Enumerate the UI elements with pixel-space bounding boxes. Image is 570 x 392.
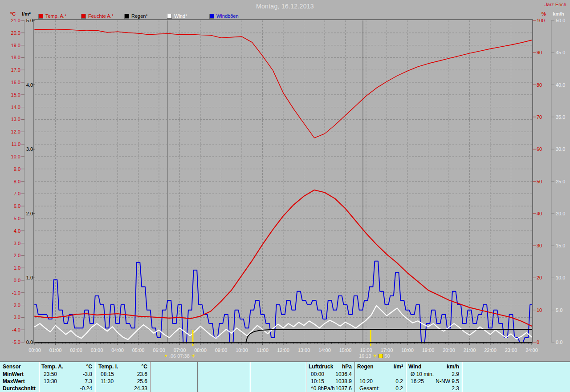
table-cell-wind-value: N-NW 9.5	[408, 378, 459, 384]
temp-axis-tick-label: 9.0	[14, 166, 20, 172]
temp-axis-tick-label: 20.0	[11, 30, 20, 36]
temp-axis-tick-label: -5.0	[12, 339, 20, 345]
temp-axis-tick-label: -2.0	[12, 303, 20, 308]
windspeed-axis-tick-label: 20.0	[556, 211, 565, 216]
time-axis-label: 11:00	[256, 348, 269, 353]
sunset-time: 16:13	[359, 353, 371, 359]
humidity-axis-tick-label: 0	[537, 339, 539, 345]
temp-axis-tick-label: 14.0	[11, 105, 20, 110]
sunset-marker-extra: 50	[384, 353, 390, 359]
table-cell-regen-value: 0.2	[357, 385, 403, 392]
table-cell-temp-i-value: 23.6	[98, 371, 147, 377]
windspeed-axis-tick-label: 15.0	[556, 243, 565, 248]
temp-axis-tick-label: 19.0	[11, 43, 20, 48]
table-divider	[406, 362, 407, 392]
time-axis-label: 10:00	[236, 348, 248, 353]
table-divider	[250, 362, 251, 392]
humidity-axis-tick-label: 20	[537, 275, 542, 280]
time-axis-label: 02:00	[70, 348, 82, 353]
humidity-axis-tick-label: 70	[537, 114, 542, 120]
table-header-unit-temp-a: °C	[41, 364, 92, 370]
table-divider	[306, 362, 307, 392]
humidity-axis-tick-label: 30	[537, 243, 542, 248]
humidity-axis-tick-label: 90	[537, 50, 542, 55]
table-header-unit-wind: km/h	[408, 364, 459, 370]
time-axis-label: 03:00	[91, 348, 103, 353]
table-cell-luftdruck-value: 1036.4	[309, 371, 352, 377]
time-axis-label: 21:00	[464, 348, 476, 353]
arrow-down-icon: ▼	[164, 354, 168, 358]
temp-axis-tick-label: 2.0	[14, 253, 20, 258]
time-axis-label: 12:00	[277, 348, 289, 353]
table-row-label: MinWert	[3, 371, 37, 377]
temp-axis-tick-label: 21.0	[11, 18, 20, 23]
table-divider	[95, 362, 96, 392]
temp-axis-tick-label: 12.0	[11, 129, 20, 134]
time-axis-label: 05:00	[132, 348, 145, 353]
table-header-unit-regen: l/m²	[357, 364, 403, 370]
humidity-axis-tick-label: 100	[537, 18, 545, 23]
table-header-unit-luftdruck: hPa	[309, 364, 352, 370]
sun-icon: ☀	[373, 354, 378, 358]
time-axis-label: 14:00	[318, 348, 331, 353]
humidity-axis-tick-label: 80	[537, 82, 542, 88]
time-axis-label: 20:00	[443, 348, 455, 353]
weather-app-window: Montag, 16.12.2013 Jarz Erich °C l/m² % …	[0, 0, 570, 392]
windspeed-axis-tick-label: 25.0	[556, 179, 565, 184]
table-divider	[197, 362, 198, 392]
windspeed-axis-tick-label: 35.0	[556, 114, 565, 120]
rain-axis-tick-label: 1.0	[26, 275, 33, 280]
table-cell-wind-value: 2.9	[408, 371, 459, 377]
table-cell-wind-value: 2.3	[408, 385, 459, 392]
windspeed-axis-tick-label: 5.0	[556, 307, 562, 313]
temp-axis-tick-label: 0.0	[14, 278, 20, 283]
windspeed-axis-tick-label: 40.0	[556, 82, 565, 88]
time-axis-label: 06:00	[153, 348, 165, 353]
temp-axis-tick-label: 3.0	[14, 241, 20, 246]
sunrise-marker: ▼.06 07:38 ☀	[164, 352, 196, 360]
temp-axis-tick-label: -4.0	[12, 327, 20, 332]
table-cell-temp-i-value: 24.33	[98, 385, 147, 392]
table-cell-temp-a-value: -0.24	[41, 385, 92, 392]
rain-axis-tick-label: 2.0	[26, 211, 33, 216]
table-cell-regen-value: 0.2	[357, 378, 403, 384]
temp-axis-tick-label: 7.0	[14, 191, 20, 196]
time-axis-label: 23:00	[505, 348, 517, 353]
humidity-axis-tick-label: 40	[537, 211, 542, 216]
temp-axis-tick-label: 11.0	[11, 141, 20, 147]
temp-axis-tick-label: 1.0	[14, 265, 20, 271]
temp-axis-tick-label: 6.0	[14, 203, 20, 209]
temp-axis-tick-label: 16.0	[11, 80, 20, 85]
sunrise-marker-prefix: .06	[169, 353, 176, 359]
table-header-unit-temp-i: °C	[98, 364, 147, 370]
windspeed-axis-tick-label: 45.0	[556, 50, 565, 55]
temp-axis-tick-label: 8.0	[14, 179, 20, 184]
temp-axis-tick-label: 15.0	[11, 92, 20, 97]
humidity-axis-tick-label: 60	[537, 146, 542, 152]
table-row-label: Sensor	[3, 364, 37, 370]
temp-axis-tick-label: -3.0	[12, 315, 20, 320]
table-cell-luftdruck-value: 1038.9	[309, 378, 352, 384]
table-cell-temp-a-value: 7.3	[41, 378, 92, 384]
table-row-label: MaxWert	[3, 378, 37, 384]
temp-axis-tick-label: -1.0	[12, 290, 20, 295]
humidity-axis-tick-label: 10	[537, 307, 542, 313]
time-axis-label: 08:00	[194, 348, 207, 353]
table-divider	[150, 362, 151, 392]
temp-axis-tick-label: 10.0	[11, 154, 20, 159]
moon-box-icon	[379, 354, 383, 358]
time-axis-label: 24:00	[525, 348, 538, 353]
rain-axis-tick-label: 5.0	[26, 18, 33, 23]
time-axis-label: 01:00	[49, 348, 62, 353]
table-cell-temp-a-value: -3.8	[41, 371, 92, 377]
windspeed-axis-tick-label: 10.0	[556, 275, 565, 280]
time-axis-label: 00:00	[28, 348, 41, 353]
humidity-axis-tick-label: 50	[537, 179, 542, 184]
temp-axis-tick-label: 18.0	[11, 55, 20, 60]
sunset-marker: 16:13 ☀ 50	[359, 352, 390, 360]
temp-axis-tick-label: 4.0	[14, 228, 20, 234]
windspeed-axis-tick-label: 30.0	[556, 146, 565, 152]
table-divider	[354, 362, 355, 392]
table-divider	[39, 362, 40, 392]
sunrise-time: 07:38	[177, 353, 190, 359]
